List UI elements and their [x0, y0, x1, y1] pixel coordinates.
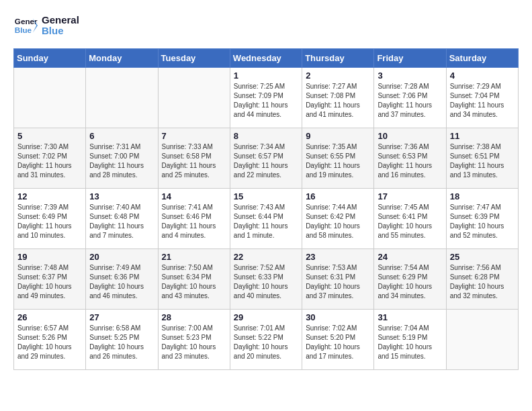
day-info: Sunrise: 7:00 AM Sunset: 5:23 PM Dayligh… — [162, 324, 226, 361]
calendar-cell: 28Sunrise: 7:00 AM Sunset: 5:23 PM Dayli… — [158, 310, 230, 370]
calendar-cell — [158, 68, 230, 128]
weekday-header: Tuesday — [158, 49, 230, 68]
calendar-cell: 25Sunrise: 7:56 AM Sunset: 6:28 PM Dayli… — [446, 249, 518, 310]
weekday-header: Thursday — [302, 49, 374, 68]
calendar-week-row: 12Sunrise: 7:39 AM Sunset: 6:49 PM Dayli… — [14, 189, 519, 249]
day-number: 7 — [162, 131, 226, 141]
day-number: 28 — [162, 312, 226, 322]
calendar-cell — [446, 310, 518, 370]
day-info: Sunrise: 7:44 AM Sunset: 6:42 PM Dayligh… — [306, 203, 370, 240]
day-info: Sunrise: 7:52 AM Sunset: 6:33 PM Dayligh… — [234, 263, 298, 301]
day-number: 10 — [378, 131, 442, 141]
day-info: Sunrise: 7:40 AM Sunset: 6:48 PM Dayligh… — [89, 203, 154, 240]
calendar-cell: 24Sunrise: 7:54 AM Sunset: 6:29 PM Dayli… — [374, 249, 446, 310]
day-number: 2 — [306, 71, 370, 81]
day-info: Sunrise: 7:54 AM Sunset: 6:29 PM Dayligh… — [378, 263, 442, 301]
header: General Blue General Blue — [13, 13, 519, 38]
day-number: 9 — [306, 131, 370, 141]
day-number: 17 — [378, 191, 442, 201]
day-number: 18 — [450, 191, 515, 201]
day-number: 6 — [89, 131, 154, 141]
day-number: 26 — [17, 312, 82, 322]
day-number: 14 — [162, 191, 226, 201]
logo-icon: General Blue — [13, 13, 38, 38]
calendar-cell: 31Sunrise: 7:04 AM Sunset: 5:19 PM Dayli… — [374, 310, 446, 370]
day-info: Sunrise: 7:34 AM Sunset: 6:57 PM Dayligh… — [234, 142, 298, 180]
calendar-cell: 19Sunrise: 7:48 AM Sunset: 6:37 PM Dayli… — [14, 249, 86, 310]
day-info: Sunrise: 7:56 AM Sunset: 6:28 PM Dayligh… — [450, 263, 515, 301]
logo-general: General — [42, 15, 79, 26]
day-number: 31 — [378, 312, 442, 322]
day-info: Sunrise: 7:45 AM Sunset: 6:41 PM Dayligh… — [378, 203, 442, 240]
day-number: 15 — [234, 191, 298, 201]
calendar-cell: 16Sunrise: 7:44 AM Sunset: 6:42 PM Dayli… — [302, 189, 374, 249]
calendar-cell — [86, 68, 158, 128]
weekday-header: Sunday — [14, 49, 86, 68]
day-info: Sunrise: 7:41 AM Sunset: 6:46 PM Dayligh… — [162, 203, 226, 240]
calendar-cell: 7Sunrise: 7:33 AM Sunset: 6:58 PM Daylig… — [158, 128, 230, 189]
day-number: 3 — [378, 71, 442, 81]
calendar-cell: 3Sunrise: 7:28 AM Sunset: 7:06 PM Daylig… — [374, 68, 446, 128]
weekday-header: Saturday — [446, 49, 518, 68]
weekday-header: Friday — [374, 49, 446, 68]
calendar-cell: 2Sunrise: 7:27 AM Sunset: 7:08 PM Daylig… — [302, 68, 374, 128]
day-info: Sunrise: 7:31 AM Sunset: 7:00 PM Dayligh… — [89, 142, 154, 180]
calendar-week-row: 26Sunrise: 6:57 AM Sunset: 5:26 PM Dayli… — [14, 310, 519, 370]
calendar-cell: 21Sunrise: 7:50 AM Sunset: 6:34 PM Dayli… — [158, 249, 230, 310]
day-info: Sunrise: 7:25 AM Sunset: 7:09 PM Dayligh… — [234, 82, 298, 120]
calendar-cell: 8Sunrise: 7:34 AM Sunset: 6:57 PM Daylig… — [230, 128, 302, 189]
calendar-cell: 14Sunrise: 7:41 AM Sunset: 6:46 PM Dayli… — [158, 189, 230, 249]
day-info: Sunrise: 7:01 AM Sunset: 5:22 PM Dayligh… — [234, 324, 298, 361]
calendar-cell: 9Sunrise: 7:35 AM Sunset: 6:55 PM Daylig… — [302, 128, 374, 189]
day-number: 20 — [89, 252, 154, 262]
calendar-cell: 23Sunrise: 7:53 AM Sunset: 6:31 PM Dayli… — [302, 249, 374, 310]
day-info: Sunrise: 6:58 AM Sunset: 5:25 PM Dayligh… — [89, 324, 154, 361]
calendar-week-row: 5Sunrise: 7:30 AM Sunset: 7:02 PM Daylig… — [14, 128, 519, 189]
calendar-cell: 22Sunrise: 7:52 AM Sunset: 6:33 PM Dayli… — [230, 249, 302, 310]
calendar-cell: 29Sunrise: 7:01 AM Sunset: 5:22 PM Dayli… — [230, 310, 302, 370]
calendar-week-row: 19Sunrise: 7:48 AM Sunset: 6:37 PM Dayli… — [14, 249, 519, 310]
day-info: Sunrise: 7:36 AM Sunset: 6:53 PM Dayligh… — [378, 142, 442, 180]
day-number: 30 — [306, 312, 370, 322]
day-number: 12 — [17, 191, 82, 201]
calendar-cell: 10Sunrise: 7:36 AM Sunset: 6:53 PM Dayli… — [374, 128, 446, 189]
day-number: 22 — [234, 252, 298, 262]
day-number: 4 — [450, 71, 515, 81]
day-info: Sunrise: 7:39 AM Sunset: 6:49 PM Dayligh… — [17, 203, 82, 240]
calendar-cell: 15Sunrise: 7:43 AM Sunset: 6:44 PM Dayli… — [230, 189, 302, 249]
day-info: Sunrise: 7:43 AM Sunset: 6:44 PM Dayligh… — [234, 203, 298, 240]
weekday-header: Wednesday — [230, 49, 302, 68]
calendar-cell: 12Sunrise: 7:39 AM Sunset: 6:49 PM Dayli… — [14, 189, 86, 249]
calendar-cell: 4Sunrise: 7:29 AM Sunset: 7:04 PM Daylig… — [446, 68, 518, 128]
calendar-cell: 20Sunrise: 7:49 AM Sunset: 6:36 PM Dayli… — [86, 249, 158, 310]
day-info: Sunrise: 7:30 AM Sunset: 7:02 PM Dayligh… — [17, 142, 82, 180]
day-number: 24 — [378, 252, 442, 262]
day-number: 16 — [306, 191, 370, 201]
svg-text:Blue: Blue — [15, 26, 32, 34]
calendar-cell: 5Sunrise: 7:30 AM Sunset: 7:02 PM Daylig… — [14, 128, 86, 189]
day-number: 23 — [306, 252, 370, 262]
day-info: Sunrise: 7:38 AM Sunset: 6:51 PM Dayligh… — [450, 142, 515, 180]
logo: General Blue General Blue — [13, 13, 79, 38]
svg-text:General: General — [15, 17, 38, 26]
day-info: Sunrise: 7:49 AM Sunset: 6:36 PM Dayligh… — [89, 263, 154, 301]
day-number: 13 — [89, 191, 154, 201]
calendar-cell: 30Sunrise: 7:02 AM Sunset: 5:20 PM Dayli… — [302, 310, 374, 370]
day-info: Sunrise: 7:28 AM Sunset: 7:06 PM Dayligh… — [378, 82, 442, 120]
day-number: 21 — [162, 252, 226, 262]
day-info: Sunrise: 7:33 AM Sunset: 6:58 PM Dayligh… — [162, 142, 226, 180]
calendar-week-row: 1Sunrise: 7:25 AM Sunset: 7:09 PM Daylig… — [14, 68, 519, 128]
calendar-cell: 1Sunrise: 7:25 AM Sunset: 7:09 PM Daylig… — [230, 68, 302, 128]
day-number: 19 — [17, 252, 82, 262]
logo-blue: Blue — [42, 26, 79, 37]
day-info: Sunrise: 7:35 AM Sunset: 6:55 PM Dayligh… — [306, 142, 370, 180]
calendar: SundayMondayTuesdayWednesdayThursdayFrid… — [13, 48, 519, 370]
day-number: 11 — [450, 131, 515, 141]
day-info: Sunrise: 7:47 AM Sunset: 6:39 PM Dayligh… — [450, 203, 515, 240]
calendar-cell — [14, 68, 86, 128]
calendar-cell: 6Sunrise: 7:31 AM Sunset: 7:00 PM Daylig… — [86, 128, 158, 189]
day-number: 1 — [234, 71, 298, 81]
day-number: 25 — [450, 252, 515, 262]
calendar-cell: 13Sunrise: 7:40 AM Sunset: 6:48 PM Dayli… — [86, 189, 158, 249]
day-number: 27 — [89, 312, 154, 322]
